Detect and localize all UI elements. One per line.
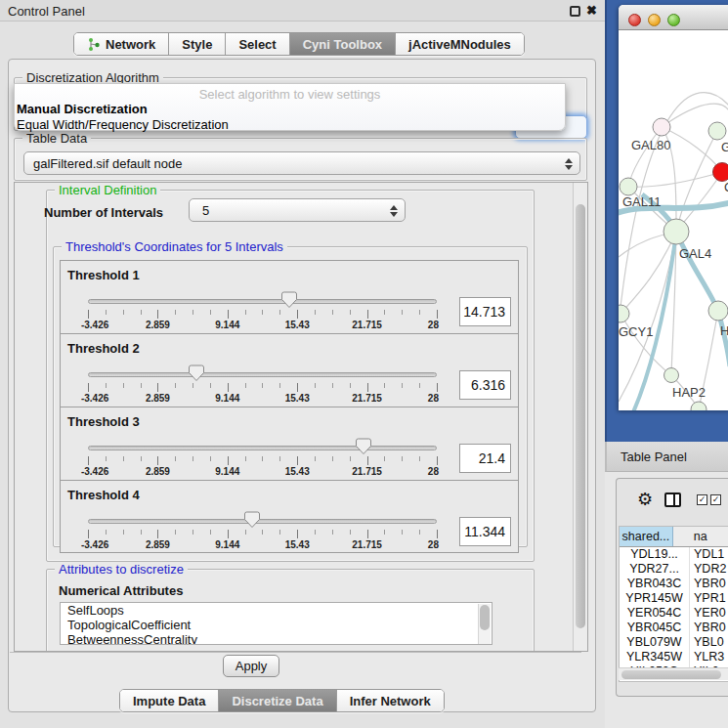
threshold-2-slider-handle[interactable]	[189, 364, 204, 382]
table-row[interactable]: YBR043CYBR0	[620, 577, 728, 591]
node-bottom-partial[interactable]	[691, 402, 707, 410]
tab-select[interactable]: Select	[226, 33, 289, 55]
option-manual-discretization[interactable]: Manual Discretization	[15, 102, 565, 117]
node-gcy1[interactable]	[619, 305, 629, 322]
tick-label: 2.859	[146, 393, 170, 404]
tick-label: 9.144	[215, 466, 239, 477]
number-of-intervals-value: 5	[202, 203, 209, 218]
table-panel-area: ⚙ ✓ ✓ shared... na YDL19...YDL1 YDR27...…	[605, 472, 728, 728]
node-red-selected[interactable]	[713, 163, 728, 182]
node-table: shared... na YDL19...YDL1 YDR27...YDR2 Y…	[619, 526, 728, 682]
table-window: ⚙ ✓ ✓ shared... na YDL19...YDL1 YDR27...…	[616, 478, 728, 697]
threshold-1-value-field[interactable]	[459, 297, 511, 326]
tick-label: 28	[428, 393, 439, 404]
threshold-1-ticks	[88, 310, 438, 319]
threshold-3-ticks	[88, 456, 438, 465]
settings-scrollbar[interactable]	[573, 183, 587, 651]
threshold-4-slider-handle[interactable]	[244, 511, 260, 529]
node-hap2[interactable]	[664, 368, 679, 383]
numerical-attributes-label: Numerical Attributes	[59, 583, 183, 598]
node-gal4[interactable]	[664, 219, 689, 244]
node-gal11[interactable]	[620, 178, 637, 195]
threshold-3-slider-track[interactable]	[88, 446, 437, 450]
control-panel-title: Control Panel	[8, 4, 85, 19]
list-item-betweennesscentrality[interactable]: BetweennessCentrality	[61, 632, 492, 645]
checkbox-icon[interactable]: ✓	[697, 494, 707, 505]
option-equal-width-frequency[interactable]: Equal Width/Frequency Discretization	[15, 117, 565, 133]
attributes-list-scrollbar[interactable]	[478, 604, 491, 645]
table-row[interactable]: YPR145WYPR1	[620, 591, 728, 606]
threshold-2-slider-track[interactable]	[88, 372, 437, 377]
tick-label: 21.715	[352, 393, 382, 404]
table-horizontal-scrollbar[interactable]	[619, 667, 728, 680]
threshold-1-row: Threshold 1 -3.426 2.859 9.144 15.43 21.…	[60, 260, 519, 333]
apply-button[interactable]: Apply	[223, 655, 279, 677]
mac-minimize-icon[interactable]	[648, 14, 661, 26]
table-row[interactable]: YBR045CYBR0	[620, 621, 728, 635]
table-row[interactable]: YER054CYER0	[620, 606, 728, 621]
tab-network[interactable]: Network	[74, 33, 169, 55]
list-item-selfloops[interactable]: SelfLoops	[61, 603, 492, 618]
settings-scrollpane: Interval Definition Number of Intervals …	[14, 182, 588, 652]
tick-label: 28	[428, 539, 439, 550]
number-of-intervals-spinner[interactable]: 5	[189, 198, 406, 222]
node-g[interactable]	[708, 122, 726, 140]
column-header-name[interactable]: na	[673, 527, 728, 546]
threshold-2-label: Threshold 2	[67, 341, 140, 356]
mac-zoom-icon[interactable]	[667, 14, 680, 26]
network-canvas[interactable]: GAL80 G C GAL11 GAL4 H GCY1 HAP2	[619, 30, 728, 410]
column-header-shared[interactable]: shared...	[620, 527, 673, 546]
list-item-topologicalcoefficient[interactable]: TopologicalCoefficient	[61, 618, 492, 632]
tab-impute-data[interactable]: Impute Data	[120, 690, 219, 711]
threshold-1-slider-handle[interactable]	[281, 291, 297, 309]
tab-jactivemnodules[interactable]: jActiveMNodules	[396, 33, 524, 55]
table-data-label: Table Data	[22, 131, 91, 146]
threshold-2-value-field[interactable]	[459, 370, 511, 400]
bottom-tab-bar: Impute Data Discretize Data Infer Networ…	[119, 689, 445, 712]
float-window-icon[interactable]	[570, 6, 580, 17]
tab-style[interactable]: Style	[169, 33, 226, 55]
checkbox-icon[interactable]: ✓	[710, 494, 721, 505]
tab-discretize-data[interactable]: Discretize Data	[219, 690, 336, 711]
tick-label: 2.859	[146, 539, 170, 550]
table-panel-titlebar: Table Panel	[605, 442, 728, 472]
threshold-4-slider-track[interactable]	[88, 519, 437, 524]
close-icon[interactable]: ✖	[586, 3, 597, 18]
table-row[interactable]: YDR27...YDR2	[620, 562, 728, 577]
threshold-3-label: Threshold 3	[67, 414, 140, 429]
threshold-4-label: Threshold 4	[67, 488, 140, 502]
tick-label: 15.43	[285, 539, 310, 550]
threshold-1-slider-track[interactable]	[88, 299, 437, 304]
threshold-3-value-field[interactable]	[459, 444, 511, 473]
table-row[interactable]: YDL19...YDL1	[620, 547, 728, 562]
threshold-3-slider-handle[interactable]	[356, 438, 371, 455]
combo-updown-icon	[565, 155, 574, 173]
threshold-4-ticks	[88, 530, 438, 538]
threshold-4-row: Threshold 4 -3.426 2.859 9.144 15.43 21.…	[60, 480, 519, 553]
threshold-4-value-field[interactable]	[459, 517, 511, 546]
gear-icon[interactable]: ⚙	[637, 489, 653, 510]
tick-label: 15.43	[285, 466, 310, 477]
tab-cyni-toolbox[interactable]: Cyni Toolbox	[290, 33, 396, 55]
tick-label: 21.715	[352, 466, 382, 477]
node-h[interactable]	[708, 301, 728, 321]
threshold-2-ticks	[88, 383, 438, 392]
thresholds-group-label: Threshold's Coordinates for 5 Intervals	[62, 239, 287, 254]
mac-close-icon[interactable]	[628, 14, 641, 26]
table-data-combobox[interactable]: galFiltered.sif default node	[23, 151, 580, 175]
settings-scrollbar-thumb[interactable]	[576, 204, 585, 628]
columns-icon[interactable]	[664, 492, 681, 507]
node-label-gal11: GAL11	[622, 194, 662, 209]
node-label-g-partial: G	[721, 140, 728, 154]
table-row[interactable]: YLR345WYLR3	[620, 650, 728, 664]
control-panel-window: Control Panel ✖ Network Style Select Cyn…	[0, 0, 605, 728]
table-data-selected: galFiltered.sif default node	[33, 156, 182, 171]
table-row[interactable]: YBL079WYBL0	[620, 635, 728, 650]
network-window-titlebar[interactable]	[619, 5, 728, 30]
attributes-group: Attributes to discretize Numerical Attri…	[46, 569, 535, 652]
table-horizontal-scrollbar-thumb[interactable]	[621, 670, 721, 679]
tick-label: 28	[428, 320, 439, 330]
tab-infer-network[interactable]: Infer Network	[337, 690, 444, 711]
tick-label: 15.43	[285, 393, 310, 404]
node-gal80[interactable]	[653, 118, 670, 136]
